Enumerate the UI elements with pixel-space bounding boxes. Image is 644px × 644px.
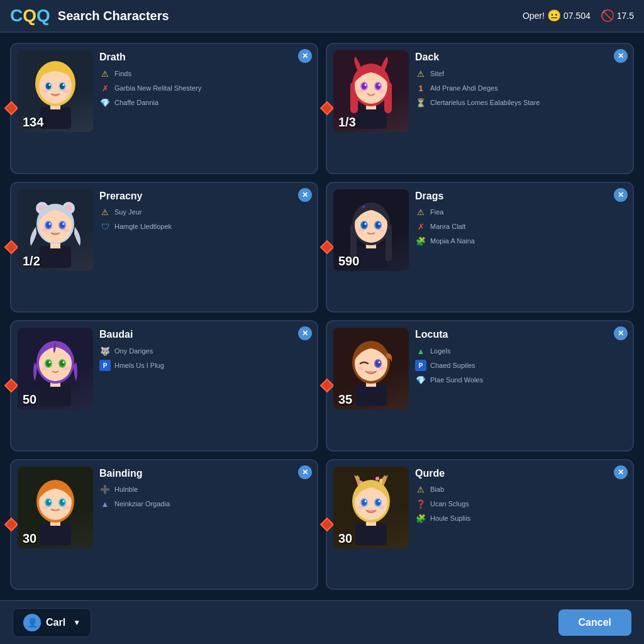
stat-row-0: ⚠ Finds	[99, 68, 311, 79]
warning-icon: ⚠	[99, 207, 111, 218]
stat-row-0: ⚠ Biab	[415, 484, 626, 496]
stat-row-2: 💎 Plae Sund Woles	[415, 374, 626, 386]
stat-row-0: 🐺 Ony Dariges	[99, 345, 311, 357]
svg-point-73	[375, 360, 380, 367]
warning-icon: ⚠	[415, 68, 426, 79]
stat-text: Ony Dariges	[114, 347, 153, 355]
stat-text: Biab	[430, 485, 444, 494]
stat-text: Manra Clalt	[430, 222, 465, 231]
stat-text: Fiea	[430, 208, 443, 216]
svg-point-85	[46, 499, 51, 506]
stat-text: Plae Sund Woles	[430, 375, 483, 384]
char-name-drath: Drath	[99, 52, 296, 63]
card-info-drags: Drags ⚠ Fiea ✗ Manra Clalt 🧩 Mopia A Nai…	[415, 189, 626, 306]
svg-point-101	[375, 499, 380, 506]
no-entry-icon: 🚫	[601, 9, 614, 23]
question-icon: ❓	[415, 499, 426, 510]
stat-oper-value: 07.504	[564, 11, 591, 21]
wolf-icon: 🐺	[99, 345, 111, 357]
svg-point-87	[49, 500, 51, 502]
close-button-drath[interactable]: ✕	[298, 49, 312, 63]
avatar-baudai: 50	[18, 328, 93, 409]
stat-row-0: ▲ Logels	[415, 345, 626, 357]
char-name-baudai: Baudai	[99, 329, 296, 340]
stat-currency: 🚫 17.5	[601, 9, 634, 23]
card-info-dack: Dack ⚠ Sitef 1 Ald Prane Ahdi Deges ⏳ Cl…	[415, 50, 626, 167]
char-card-qurde: 30 Qurde ⚠ Biab ❓ Ucan Sclugs 🧩 Houle Su…	[326, 459, 634, 591]
stat-row-1: 1 Ald Prane Ahdi Deges	[415, 82, 626, 94]
player-selector[interactable]: 👤 Carl ▼	[13, 608, 91, 637]
card-diamond-baudai	[4, 379, 19, 393]
p-icon: P	[415, 360, 426, 371]
avatar-drath: 134	[18, 50, 93, 132]
char-card-drags: 590 Drags ⚠ Fiea ✗ Manra Clalt 🧩 Mopia A…	[326, 182, 634, 313]
stat-row-1: 🛡 Hamgle Lledtlopek	[99, 221, 311, 233]
svg-rect-0	[40, 107, 71, 129]
page-title: Search Characters	[58, 9, 523, 23]
character-grid: 134 Drath ⚠ Finds ✗ Garbia New Relital S…	[0, 33, 644, 600]
cancel-button[interactable]: Cancel	[558, 609, 631, 636]
svg-point-95	[375, 477, 379, 480]
puzzle-icon: 🧩	[415, 236, 426, 247]
char-card-preracny: 1/2 Preracny ⚠ Suy Jeur 🛡 Hamgle Lledtlo…	[10, 182, 318, 313]
char-score-preracny: 1/2	[23, 254, 40, 269]
svg-point-9	[63, 84, 65, 86]
close-button-bainding[interactable]: ✕	[298, 465, 312, 479]
stat-row-2: ⏳ Clertarielus Lomes Ealabileys Stare	[415, 97, 626, 108]
stat-text: Chaed Supiles	[430, 361, 475, 370]
char-score-qurde: 30	[338, 531, 352, 546]
close-button-baudai[interactable]: ✕	[298, 326, 312, 340]
stat-text: Neinkziar Orgadia	[114, 499, 170, 508]
card-diamond-preracny	[4, 240, 19, 254]
char-score-dack: 1/3	[338, 115, 356, 130]
svg-point-21	[375, 83, 380, 89]
close-button-qurde[interactable]: ✕	[614, 465, 628, 479]
dropdown-arrow-icon: ▼	[73, 618, 80, 627]
stat-row-0: ⚠ Sitef	[415, 68, 626, 79]
stat-oper-label: Oper!	[523, 11, 545, 21]
svg-point-104	[357, 506, 364, 509]
stat-row-0: ➕ Hulnble	[99, 484, 311, 496]
svg-rect-56	[40, 384, 71, 406]
stat-text: Garbia New Relital Shestery	[114, 84, 201, 92]
stat-text: Clertarielus Lomes Ealabileys Stare	[430, 98, 540, 107]
close-button-dack[interactable]: ✕	[614, 49, 628, 63]
avatar-locuta: 35	[333, 328, 409, 409]
stat-row-0: ⚠ Fiea	[415, 207, 626, 218]
svg-point-89	[42, 506, 48, 509]
char-name-drags: Drags	[415, 191, 611, 202]
stat-row-2: 🧩 Houle Supliis	[415, 513, 626, 525]
clock-icon: ⏳	[415, 97, 426, 108]
stat-currency-value: 17.5	[617, 11, 634, 21]
svg-point-7	[60, 83, 65, 89]
svg-point-62	[46, 360, 51, 367]
card-info-locuta: Locuta ▲ Logels P Chaed Supiles 💎 Plae S…	[415, 328, 626, 444]
char-name-dack: Dack	[415, 52, 611, 63]
stat-row-1: ✗ Garbia New Relital Shestery	[99, 82, 311, 94]
svg-point-100	[362, 499, 367, 506]
char-card-locuta: 35 Locuta ▲ Logels P Chaed Supiles 💎 Pla…	[326, 320, 634, 452]
svg-point-20	[362, 83, 367, 89]
avatar-qurde: 30	[333, 467, 409, 548]
card-info-bainding: Bainding ➕ Hulnble ▲ Neinkziar Orgadia	[99, 467, 311, 583]
stat-text: Hmels Us I Plug	[114, 361, 164, 370]
card-info-drath: Drath ⚠ Finds ✗ Garbia New Relital Shest…	[99, 50, 311, 167]
char-score-drath: 134	[23, 115, 43, 130]
card-info-preracny: Preracny ⚠ Suy Jeur 🛡 Hamgle Lledtlopek	[99, 189, 311, 306]
close-button-drags[interactable]: ✕	[614, 188, 628, 202]
stat-row-1: ❓ Ucan Sclugs	[415, 499, 626, 510]
app-header: CQQ Search Characters Oper! 😐 07.504 🚫 1…	[0, 0, 644, 33]
avatar-preracny: 1/2	[18, 189, 93, 271]
x-icon: ✗	[99, 82, 111, 94]
char-score-bainding: 30	[23, 531, 36, 546]
svg-point-40	[42, 228, 48, 232]
stat-text: Suy Jeur	[114, 208, 142, 216]
close-button-locuta[interactable]: ✕	[614, 326, 628, 340]
stat-text: Ald Prane Ahdi Deges	[430, 84, 498, 92]
close-button-preracny[interactable]: ✕	[298, 188, 312, 202]
char-score-baudai: 50	[23, 392, 36, 407]
stat-text: Hulnble	[114, 485, 138, 494]
svg-rect-91	[355, 523, 387, 545]
neutral-face-icon: 😐	[547, 9, 561, 23]
char-name-bainding: Bainding	[99, 468, 296, 479]
